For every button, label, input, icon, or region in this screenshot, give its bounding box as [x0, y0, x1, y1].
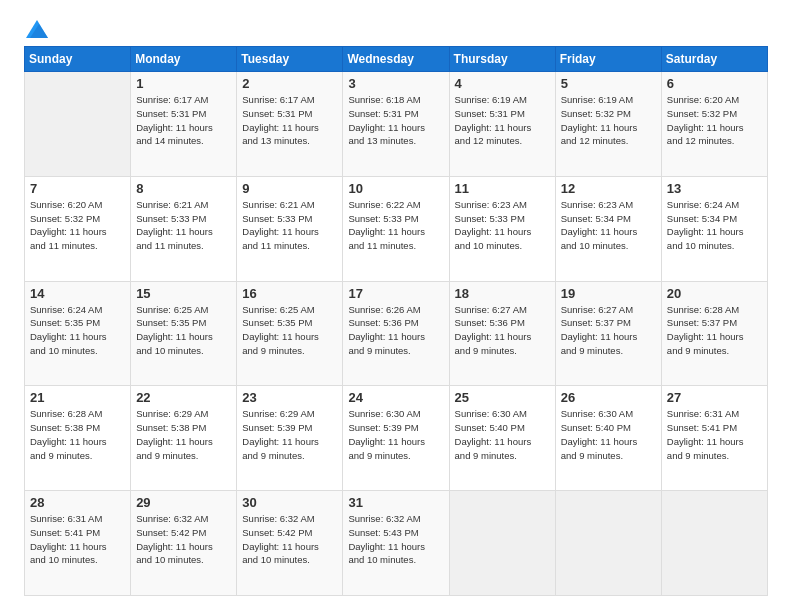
day-number: 26 [561, 390, 656, 405]
day-number: 31 [348, 495, 443, 510]
calendar-cell: 25Sunrise: 6:30 AMSunset: 5:40 PMDayligh… [449, 386, 555, 491]
calendar-cell: 26Sunrise: 6:30 AMSunset: 5:40 PMDayligh… [555, 386, 661, 491]
header-day-tuesday: Tuesday [237, 47, 343, 72]
calendar-week-5: 28Sunrise: 6:31 AMSunset: 5:41 PMDayligh… [25, 491, 768, 596]
day-info: Sunrise: 6:28 AMSunset: 5:37 PMDaylight:… [667, 303, 762, 358]
calendar-cell [25, 72, 131, 177]
day-number: 22 [136, 390, 231, 405]
day-info: Sunrise: 6:20 AMSunset: 5:32 PMDaylight:… [667, 93, 762, 148]
header-day-thursday: Thursday [449, 47, 555, 72]
calendar-table: SundayMondayTuesdayWednesdayThursdayFrid… [24, 46, 768, 596]
logo [24, 20, 48, 38]
page: SundayMondayTuesdayWednesdayThursdayFrid… [0, 0, 792, 612]
calendar-cell [555, 491, 661, 596]
calendar-cell: 27Sunrise: 6:31 AMSunset: 5:41 PMDayligh… [661, 386, 767, 491]
day-info: Sunrise: 6:22 AMSunset: 5:33 PMDaylight:… [348, 198, 443, 253]
calendar-cell: 4Sunrise: 6:19 AMSunset: 5:31 PMDaylight… [449, 72, 555, 177]
calendar-cell: 8Sunrise: 6:21 AMSunset: 5:33 PMDaylight… [131, 176, 237, 281]
day-number: 25 [455, 390, 550, 405]
day-info: Sunrise: 6:31 AMSunset: 5:41 PMDaylight:… [30, 512, 125, 567]
day-info: Sunrise: 6:19 AMSunset: 5:31 PMDaylight:… [455, 93, 550, 148]
day-number: 12 [561, 181, 656, 196]
day-info: Sunrise: 6:28 AMSunset: 5:38 PMDaylight:… [30, 407, 125, 462]
calendar-week-4: 21Sunrise: 6:28 AMSunset: 5:38 PMDayligh… [25, 386, 768, 491]
day-number: 29 [136, 495, 231, 510]
day-info: Sunrise: 6:30 AMSunset: 5:40 PMDaylight:… [561, 407, 656, 462]
day-number: 13 [667, 181, 762, 196]
calendar-cell: 23Sunrise: 6:29 AMSunset: 5:39 PMDayligh… [237, 386, 343, 491]
calendar-cell: 15Sunrise: 6:25 AMSunset: 5:35 PMDayligh… [131, 281, 237, 386]
day-info: Sunrise: 6:21 AMSunset: 5:33 PMDaylight:… [242, 198, 337, 253]
calendar-cell: 13Sunrise: 6:24 AMSunset: 5:34 PMDayligh… [661, 176, 767, 281]
header [24, 20, 768, 38]
calendar-cell: 2Sunrise: 6:17 AMSunset: 5:31 PMDaylight… [237, 72, 343, 177]
calendar-cell: 18Sunrise: 6:27 AMSunset: 5:36 PMDayligh… [449, 281, 555, 386]
day-info: Sunrise: 6:32 AMSunset: 5:43 PMDaylight:… [348, 512, 443, 567]
day-number: 24 [348, 390, 443, 405]
day-number: 27 [667, 390, 762, 405]
calendar-week-3: 14Sunrise: 6:24 AMSunset: 5:35 PMDayligh… [25, 281, 768, 386]
day-info: Sunrise: 6:24 AMSunset: 5:35 PMDaylight:… [30, 303, 125, 358]
day-number: 3 [348, 76, 443, 91]
header-day-monday: Monday [131, 47, 237, 72]
day-info: Sunrise: 6:32 AMSunset: 5:42 PMDaylight:… [136, 512, 231, 567]
calendar-cell: 19Sunrise: 6:27 AMSunset: 5:37 PMDayligh… [555, 281, 661, 386]
calendar-header-row: SundayMondayTuesdayWednesdayThursdayFrid… [25, 47, 768, 72]
day-number: 8 [136, 181, 231, 196]
day-number: 17 [348, 286, 443, 301]
day-number: 1 [136, 76, 231, 91]
day-number: 15 [136, 286, 231, 301]
day-info: Sunrise: 6:27 AMSunset: 5:36 PMDaylight:… [455, 303, 550, 358]
calendar-cell: 3Sunrise: 6:18 AMSunset: 5:31 PMDaylight… [343, 72, 449, 177]
calendar-cell: 16Sunrise: 6:25 AMSunset: 5:35 PMDayligh… [237, 281, 343, 386]
calendar-cell: 6Sunrise: 6:20 AMSunset: 5:32 PMDaylight… [661, 72, 767, 177]
day-info: Sunrise: 6:23 AMSunset: 5:33 PMDaylight:… [455, 198, 550, 253]
calendar-cell: 12Sunrise: 6:23 AMSunset: 5:34 PMDayligh… [555, 176, 661, 281]
calendar-cell: 28Sunrise: 6:31 AMSunset: 5:41 PMDayligh… [25, 491, 131, 596]
logo-icon [26, 20, 48, 38]
day-info: Sunrise: 6:31 AMSunset: 5:41 PMDaylight:… [667, 407, 762, 462]
day-number: 30 [242, 495, 337, 510]
day-number: 9 [242, 181, 337, 196]
day-info: Sunrise: 6:17 AMSunset: 5:31 PMDaylight:… [242, 93, 337, 148]
calendar-cell: 30Sunrise: 6:32 AMSunset: 5:42 PMDayligh… [237, 491, 343, 596]
calendar-cell: 14Sunrise: 6:24 AMSunset: 5:35 PMDayligh… [25, 281, 131, 386]
day-info: Sunrise: 6:24 AMSunset: 5:34 PMDaylight:… [667, 198, 762, 253]
calendar-cell: 20Sunrise: 6:28 AMSunset: 5:37 PMDayligh… [661, 281, 767, 386]
day-number: 14 [30, 286, 125, 301]
day-info: Sunrise: 6:30 AMSunset: 5:40 PMDaylight:… [455, 407, 550, 462]
day-number: 28 [30, 495, 125, 510]
calendar-cell [449, 491, 555, 596]
calendar-cell: 24Sunrise: 6:30 AMSunset: 5:39 PMDayligh… [343, 386, 449, 491]
day-number: 21 [30, 390, 125, 405]
day-info: Sunrise: 6:29 AMSunset: 5:39 PMDaylight:… [242, 407, 337, 462]
calendar-cell: 29Sunrise: 6:32 AMSunset: 5:42 PMDayligh… [131, 491, 237, 596]
calendar-cell: 5Sunrise: 6:19 AMSunset: 5:32 PMDaylight… [555, 72, 661, 177]
calendar-cell: 11Sunrise: 6:23 AMSunset: 5:33 PMDayligh… [449, 176, 555, 281]
day-number: 16 [242, 286, 337, 301]
header-day-saturday: Saturday [661, 47, 767, 72]
calendar-cell: 7Sunrise: 6:20 AMSunset: 5:32 PMDaylight… [25, 176, 131, 281]
calendar-week-1: 1Sunrise: 6:17 AMSunset: 5:31 PMDaylight… [25, 72, 768, 177]
day-info: Sunrise: 6:30 AMSunset: 5:39 PMDaylight:… [348, 407, 443, 462]
header-day-wednesday: Wednesday [343, 47, 449, 72]
day-number: 5 [561, 76, 656, 91]
calendar-cell: 9Sunrise: 6:21 AMSunset: 5:33 PMDaylight… [237, 176, 343, 281]
day-info: Sunrise: 6:32 AMSunset: 5:42 PMDaylight:… [242, 512, 337, 567]
header-day-sunday: Sunday [25, 47, 131, 72]
day-number: 19 [561, 286, 656, 301]
calendar-cell: 31Sunrise: 6:32 AMSunset: 5:43 PMDayligh… [343, 491, 449, 596]
day-info: Sunrise: 6:17 AMSunset: 5:31 PMDaylight:… [136, 93, 231, 148]
calendar-cell: 22Sunrise: 6:29 AMSunset: 5:38 PMDayligh… [131, 386, 237, 491]
day-number: 10 [348, 181, 443, 196]
day-info: Sunrise: 6:23 AMSunset: 5:34 PMDaylight:… [561, 198, 656, 253]
day-info: Sunrise: 6:26 AMSunset: 5:36 PMDaylight:… [348, 303, 443, 358]
day-info: Sunrise: 6:18 AMSunset: 5:31 PMDaylight:… [348, 93, 443, 148]
day-number: 4 [455, 76, 550, 91]
day-number: 11 [455, 181, 550, 196]
calendar-cell: 1Sunrise: 6:17 AMSunset: 5:31 PMDaylight… [131, 72, 237, 177]
calendar-cell [661, 491, 767, 596]
day-info: Sunrise: 6:20 AMSunset: 5:32 PMDaylight:… [30, 198, 125, 253]
calendar-week-2: 7Sunrise: 6:20 AMSunset: 5:32 PMDaylight… [25, 176, 768, 281]
day-number: 20 [667, 286, 762, 301]
